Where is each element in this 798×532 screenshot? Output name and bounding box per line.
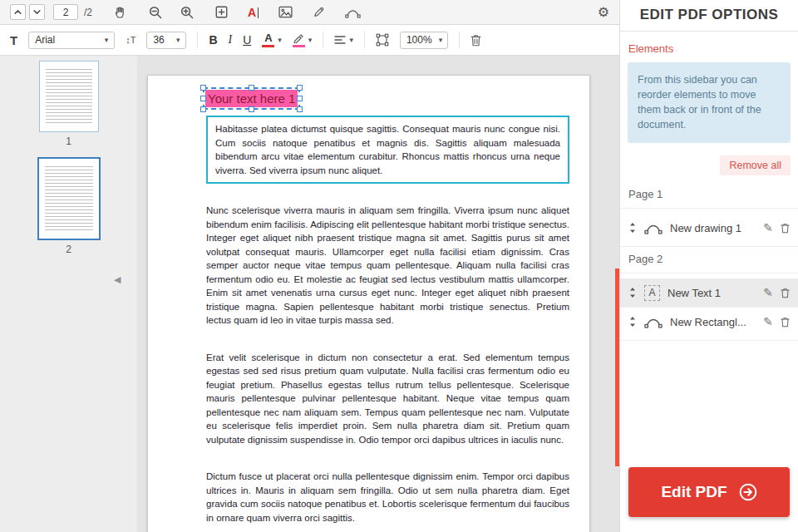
underline-button[interactable]: U bbox=[243, 33, 251, 47]
thumbnail-text-preview bbox=[46, 69, 92, 125]
main-toolbar: /2 A ⚙ bbox=[0, 0, 619, 25]
page-1-items: New drawing 1 ✎ bbox=[620, 209, 798, 243]
fill-color-button[interactable]: ▾ bbox=[293, 33, 313, 47]
edit-element-icon[interactable]: ✎ bbox=[763, 287, 773, 298]
page-number-input[interactable] bbox=[53, 4, 78, 20]
italic-button[interactable]: I bbox=[229, 33, 233, 47]
caret-down-icon: ▾ bbox=[349, 37, 353, 44]
text-cursor-bar bbox=[258, 7, 259, 18]
chevron-up-icon bbox=[13, 7, 22, 17]
page-thumbnail-2[interactable] bbox=[37, 157, 101, 240]
resize-handle[interactable] bbox=[297, 85, 303, 91]
page-2-group: Page 2 A New Text 1 ✎ New bbox=[620, 247, 798, 341]
info-box: From this sidebar you can reorder elemen… bbox=[628, 62, 791, 143]
pencil-tool-icon[interactable] bbox=[313, 6, 325, 18]
element-row-new-text-1[interactable]: A New Text 1 ✎ bbox=[620, 278, 798, 308]
text-format-toolbar: T Arial ▾ ↕T 36 ▾ B I U A ▾ ▾ ▾ 100% ▾ bbox=[0, 25, 619, 56]
gear-icon[interactable]: ⚙ bbox=[598, 6, 609, 19]
font-size-icon: ↕T bbox=[126, 35, 135, 45]
image-tool-icon[interactable] bbox=[278, 6, 293, 18]
page-2-label: Page 2 bbox=[620, 247, 798, 273]
page-nav-group: /2 bbox=[10, 4, 92, 20]
drag-handle-icon[interactable] bbox=[628, 287, 637, 298]
font-family-value: Arial bbox=[35, 34, 55, 46]
font-size-value: 36 bbox=[153, 34, 164, 46]
drag-handle-icon[interactable] bbox=[628, 222, 637, 234]
page-1-label: Page 1 bbox=[620, 182, 798, 209]
thumbnail-panel: 1 2 bbox=[0, 56, 137, 532]
fit-page-icon[interactable] bbox=[376, 33, 389, 47]
drag-handle-icon[interactable] bbox=[628, 316, 637, 328]
caret-down-icon: ▾ bbox=[278, 37, 282, 44]
element-row-new-drawing-1[interactable]: New drawing 1 ✎ bbox=[620, 214, 798, 243]
edit-pdf-label: Edit PDF bbox=[661, 483, 727, 501]
chevron-down-icon bbox=[32, 7, 42, 17]
font-color-bar bbox=[262, 45, 274, 47]
arrow-right-circle-icon bbox=[739, 483, 757, 501]
page-up-button[interactable] bbox=[10, 4, 26, 20]
bold-button[interactable]: B bbox=[209, 33, 217, 47]
delete-element-icon[interactable] bbox=[781, 288, 790, 298]
page-down-button[interactable] bbox=[29, 4, 45, 20]
remove-all-button[interactable]: Remove all bbox=[720, 155, 791, 175]
thumbnail-label-2: 2 bbox=[0, 244, 137, 255]
resize-handle[interactable] bbox=[249, 106, 254, 112]
caret-down-icon: ▾ bbox=[439, 37, 443, 44]
element-name: New Rectangl... bbox=[670, 316, 756, 328]
toolbar-divider bbox=[323, 32, 323, 48]
panel-collapse-icon[interactable]: ◀ bbox=[114, 274, 121, 285]
toolbar-divider bbox=[197, 32, 198, 48]
edit-pdf-button[interactable]: Edit PDF bbox=[628, 467, 790, 517]
shapes-tool-icon[interactable] bbox=[345, 7, 361, 18]
edit-options-sidebar: EDIT PDF OPTIONS Elements From this side… bbox=[619, 0, 798, 532]
pdf-page: Your text here 1 Habitasse platea dictum… bbox=[147, 75, 590, 532]
element-name: New drawing 1 bbox=[670, 222, 756, 234]
zoom-level-value: 100% bbox=[406, 34, 432, 46]
paragraph: Nunc scelerisque viverra mauris in aliqu… bbox=[206, 204, 569, 328]
align-button[interactable]: ▾ bbox=[334, 35, 353, 45]
zoom-level-select[interactable]: 100% ▾ bbox=[400, 32, 448, 49]
font-color-letter: A bbox=[264, 32, 272, 43]
thumbnail-label-1: 1 bbox=[0, 135, 137, 147]
page-thumbnail-1[interactable] bbox=[39, 61, 99, 132]
hand-pan-icon[interactable] bbox=[114, 6, 127, 19]
element-name: New Text 1 bbox=[667, 287, 756, 299]
element-row-new-rectangle[interactable]: New Rectangl... ✎ bbox=[620, 308, 798, 337]
resize-handle[interactable] bbox=[200, 106, 206, 112]
text-element-icon: A bbox=[644, 285, 660, 301]
edit-element-icon[interactable]: ✎ bbox=[763, 316, 773, 328]
delete-element-icon[interactable] bbox=[781, 223, 790, 234]
page-2-items: A New Text 1 ✎ New Rectangl... ✎ bbox=[620, 273, 798, 337]
font-color-icon: A bbox=[262, 32, 274, 47]
fill-color-bar bbox=[293, 45, 305, 47]
page-text-content: Habitasse platea dictumst quisque sagitt… bbox=[206, 116, 569, 532]
edit-element-icon[interactable]: ✎ bbox=[763, 222, 773, 234]
resize-handle[interactable] bbox=[297, 96, 303, 101]
resize-handle[interactable] bbox=[200, 85, 206, 91]
delete-element-icon[interactable] bbox=[470, 34, 481, 47]
toolbar-divider bbox=[459, 32, 460, 48]
resize-handle[interactable] bbox=[297, 106, 303, 112]
selected-text-element[interactable]: Your text here 1 bbox=[203, 87, 300, 110]
font-color-button[interactable]: A ▾ bbox=[262, 32, 282, 47]
text-tool-letter: A bbox=[248, 7, 256, 18]
zoom-in-icon[interactable] bbox=[180, 6, 194, 19]
text-tool-icon[interactable]: A bbox=[248, 7, 259, 18]
caret-down-icon: ▾ bbox=[105, 37, 109, 44]
thumbnail-text-preview bbox=[45, 166, 93, 232]
selected-rectangle-element[interactable]: Habitasse platea dictumst quisque sagitt… bbox=[206, 116, 569, 184]
delete-element-icon[interactable] bbox=[781, 317, 790, 328]
font-size-select[interactable]: 36 ▾ bbox=[146, 32, 186, 49]
caret-down-icon: ▾ bbox=[176, 37, 180, 44]
resize-handle[interactable] bbox=[200, 96, 206, 101]
align-left-icon bbox=[334, 35, 346, 45]
drawing-element-icon bbox=[644, 315, 663, 328]
add-element-icon[interactable] bbox=[215, 6, 228, 18]
zoom-out-icon[interactable] bbox=[149, 6, 162, 19]
font-family-select[interactable]: Arial ▾ bbox=[28, 32, 115, 49]
document-canvas: Your text here 1 Habitasse platea dictum… bbox=[137, 56, 619, 532]
page-total-label: /2 bbox=[84, 7, 92, 18]
resize-handle[interactable] bbox=[249, 85, 254, 91]
text-element-value[interactable]: Your text here 1 bbox=[205, 90, 298, 107]
zoom-group bbox=[149, 6, 194, 19]
